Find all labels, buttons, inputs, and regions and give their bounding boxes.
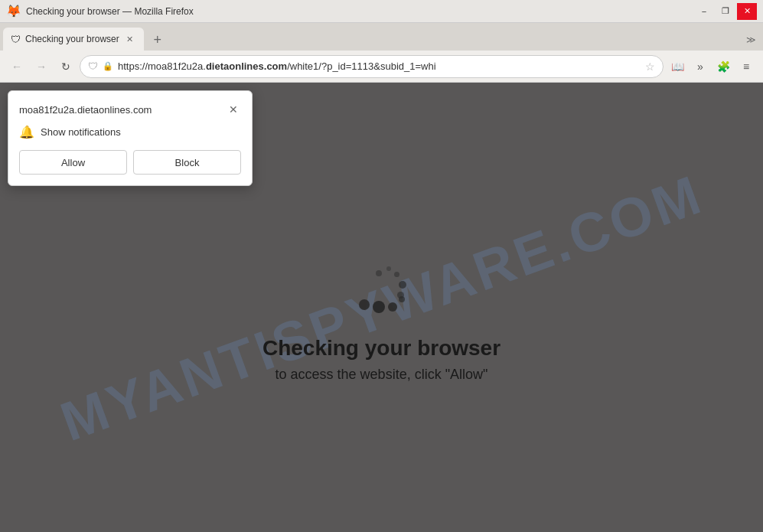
restore-button[interactable]: ❐ xyxy=(716,3,735,20)
forward-button[interactable]: → xyxy=(31,56,52,77)
popup-notification-row: 🔔 Show notifications xyxy=(19,125,241,139)
content-area: MYANTISPYWARE.COM Checking your browser … xyxy=(0,83,763,532)
firefox-logo-icon: 🦊 xyxy=(6,4,21,18)
minimize-button[interactable]: − xyxy=(694,3,714,20)
popup-domain: moa81f2u2a.dietaonlines.com xyxy=(19,104,152,116)
notification-popup: moa81f2u2a.dietaonlines.com ✕ 🔔 Show not… xyxy=(8,90,253,186)
hamburger-menu-button[interactable]: ≡ xyxy=(735,56,757,77)
reader-view-button[interactable]: 📖 xyxy=(667,56,688,77)
tab-overflow-button[interactable]: ≫ xyxy=(742,31,760,49)
new-tab-button[interactable]: + xyxy=(147,31,168,49)
lock-icon: 🔒 xyxy=(103,61,113,71)
url-text: https://moa81f2u2a.dietaonlines.com/whit… xyxy=(118,60,641,72)
page-subtext: to access the website, click "Allow" xyxy=(276,367,488,383)
address-bar[interactable]: 🛡 🔒 https://moa81f2u2a.dietaonlines.com/… xyxy=(80,55,664,78)
allow-button[interactable]: Allow xyxy=(19,150,127,175)
page-content: Checking your browser to access the webs… xyxy=(262,263,501,383)
toolbar-icons: 📖 » 🧩 ≡ xyxy=(667,56,757,77)
popup-header: moa81f2u2a.dietaonlines.com ✕ xyxy=(19,102,241,117)
popup-close-button[interactable]: ✕ xyxy=(226,102,241,117)
popup-buttons: Allow Block xyxy=(19,150,241,175)
popup-notification-text: Show notifications xyxy=(41,126,121,138)
shield-icon: 🛡 xyxy=(88,60,98,72)
url-suffix: /white1/?p_id=1113&subid_1=whi xyxy=(287,60,435,72)
block-button[interactable]: Block xyxy=(133,150,241,175)
tab-close-button[interactable]: ✕ xyxy=(124,33,136,45)
active-tab[interactable]: 🛡 Checking your browser ✕ xyxy=(3,28,144,51)
navbar: ← → ↻ 🛡 🔒 https://moa81f2u2a.dietaonline… xyxy=(0,51,763,83)
titlebar-left: 🦊 Checking your browser — Mozilla Firefo… xyxy=(6,4,194,18)
tab-favicon: 🛡 xyxy=(11,34,21,45)
tab-title: Checking your browser xyxy=(25,34,119,44)
titlebar-title: Checking your browser — Mozilla Firefox xyxy=(26,6,194,17)
loading-spinner xyxy=(351,263,412,324)
reload-button[interactable]: ↻ xyxy=(55,56,77,77)
url-domain: dietaonlines.com xyxy=(206,60,287,72)
tabbar: 🛡 Checking your browser ✕ + ≫ xyxy=(0,23,763,51)
titlebar-controls: − ❐ ✕ xyxy=(694,3,757,20)
titlebar: 🦊 Checking your browser — Mozilla Firefo… xyxy=(0,0,763,23)
bell-icon: 🔔 xyxy=(19,125,34,139)
extensions-button[interactable]: 🧩 xyxy=(712,56,734,77)
bookmark-star-icon[interactable]: ☆ xyxy=(645,60,655,73)
back-button[interactable]: ← xyxy=(6,56,28,77)
more-tools-button[interactable]: » xyxy=(690,56,711,77)
close-button[interactable]: ✕ xyxy=(737,3,757,20)
page-heading: Checking your browser xyxy=(262,336,501,361)
url-prefix: https://moa81f2u2a. xyxy=(118,60,206,72)
